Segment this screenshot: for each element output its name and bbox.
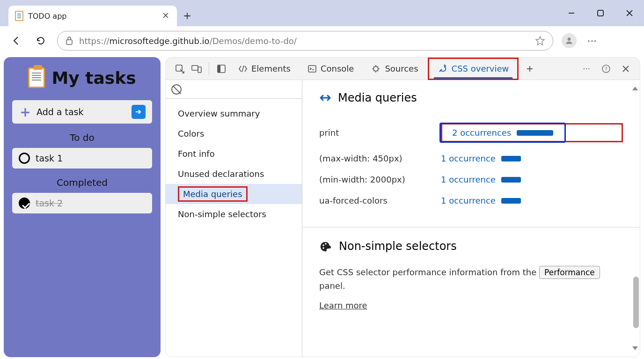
device-toggle-button[interactable] bbox=[188, 60, 205, 77]
sources-icon bbox=[371, 64, 381, 73]
url-text: https://microsoftedge.github.io/Demos/de… bbox=[79, 36, 297, 46]
svg-rect-1 bbox=[66, 40, 72, 44]
devtools-panel: Elements Console Sources CSS overview ⋯ … bbox=[165, 57, 640, 357]
svg-rect-5 bbox=[198, 67, 201, 73]
tab-elements[interactable]: Elements bbox=[230, 58, 299, 80]
window-controls bbox=[557, 0, 644, 26]
mq-occurrences-link[interactable]: 1 occurrence bbox=[441, 154, 623, 163]
bar-icon bbox=[517, 130, 553, 136]
performance-button[interactable]: Performance bbox=[539, 266, 600, 279]
page-title: My tasks bbox=[12, 67, 152, 88]
svg-point-14 bbox=[322, 247, 324, 249]
tab-console[interactable]: Console bbox=[299, 58, 362, 80]
scroll-down-arrow[interactable] bbox=[632, 346, 638, 350]
mq-row-forced: ua-forced-colors 1 occurrence bbox=[319, 190, 623, 211]
mq-label: print bbox=[319, 128, 441, 138]
browser-tab[interactable]: TODO app bbox=[8, 6, 177, 26]
css-overview-sidebar: Overview summary Colors Font info Unused… bbox=[166, 80, 302, 357]
profile-button[interactable] bbox=[562, 33, 577, 48]
back-button[interactable] bbox=[8, 33, 24, 49]
nav-nonsimple[interactable]: Non-simple selectors bbox=[166, 204, 302, 224]
task-item-done[interactable]: task 2 bbox=[12, 193, 152, 213]
svg-rect-8 bbox=[308, 66, 316, 72]
svg-point-2 bbox=[568, 37, 571, 41]
elements-icon bbox=[238, 65, 248, 73]
svg-rect-0 bbox=[598, 10, 603, 16]
mq-occurrences-link[interactable]: 1 occurrence bbox=[441, 175, 623, 184]
palette-icon bbox=[319, 241, 332, 252]
todo-section-header: To do bbox=[12, 132, 152, 143]
inspect-element-button[interactable] bbox=[171, 60, 188, 77]
nonsimple-heading: Non-simple selectors bbox=[319, 240, 623, 253]
bar-icon bbox=[501, 156, 521, 161]
window-title-bar: TODO app bbox=[0, 0, 644, 26]
devtools-tabstrip: Elements Console Sources CSS overview ⋯ … bbox=[166, 58, 640, 80]
mq-label: ua-forced-colors bbox=[319, 196, 441, 205]
submit-task-button[interactable] bbox=[132, 105, 146, 119]
bar-icon bbox=[501, 198, 521, 204]
clipboard-icon bbox=[28, 67, 45, 88]
favorite-button[interactable] bbox=[535, 36, 545, 46]
add-task-card[interactable]: + Add a task bbox=[12, 100, 152, 124]
dock-side-icon[interactable] bbox=[213, 60, 230, 77]
nonsimple-description: Get CSS selector performance information… bbox=[319, 266, 623, 293]
bar-icon bbox=[501, 177, 521, 183]
nav-unused-declarations[interactable]: Unused declarations bbox=[166, 164, 302, 184]
svg-point-12 bbox=[322, 244, 324, 246]
sidebar-toolbar bbox=[166, 80, 302, 99]
nav-media-queries[interactable]: Media queries bbox=[166, 184, 302, 204]
media-queries-icon bbox=[319, 93, 331, 103]
nav-font-info[interactable]: Font info bbox=[166, 144, 302, 164]
close-window-button[interactable] bbox=[615, 2, 644, 24]
plus-icon: + bbox=[19, 105, 32, 118]
close-tab-button[interactable] bbox=[162, 12, 170, 20]
mq-row-minw: (min-width: 2000px) 1 occurrence bbox=[319, 169, 623, 190]
browser-menu-button[interactable]: ⋯ bbox=[585, 33, 600, 48]
scrollbar-thumb[interactable] bbox=[633, 277, 639, 328]
new-tab-button[interactable] bbox=[177, 6, 198, 26]
scroll-up-arrow[interactable] bbox=[632, 87, 638, 90]
tab-favicon-icon bbox=[15, 11, 23, 21]
css-overview-main: Media queries print 2 occurrences (max-w… bbox=[302, 80, 640, 357]
mq-row-maxw: (max-width: 450px) 1 occurrence bbox=[319, 148, 623, 169]
learn-more-link[interactable]: Learn more bbox=[319, 300, 367, 310]
mq-occurrences-link[interactable]: 2 occurrences bbox=[439, 123, 566, 143]
devtools-more-button[interactable]: ⋯ bbox=[578, 60, 595, 77]
close-devtools-button[interactable] bbox=[617, 60, 634, 77]
css-overview-icon bbox=[438, 64, 448, 73]
lock-icon bbox=[65, 36, 73, 45]
tab-css-overview[interactable]: CSS overview bbox=[428, 58, 519, 80]
tab-sources[interactable]: Sources bbox=[362, 58, 426, 80]
svg-point-13 bbox=[325, 243, 327, 245]
media-queries-heading: Media queries bbox=[319, 91, 623, 104]
minimize-button[interactable] bbox=[557, 2, 586, 24]
nav-colors[interactable]: Colors bbox=[166, 124, 302, 144]
task-checkbox[interactable] bbox=[19, 153, 30, 164]
svg-text:?: ? bbox=[605, 66, 607, 72]
help-button[interactable]: ? bbox=[598, 60, 615, 77]
console-icon bbox=[307, 65, 317, 73]
section-divider bbox=[302, 227, 640, 227]
svg-rect-4 bbox=[192, 66, 198, 70]
task-checkbox-checked[interactable] bbox=[19, 198, 30, 209]
completed-section-header: Completed bbox=[12, 177, 152, 188]
task-item[interactable]: task 1 bbox=[12, 148, 152, 169]
clear-icon[interactable] bbox=[171, 84, 182, 95]
nav-overview-summary[interactable]: Overview summary bbox=[166, 103, 302, 124]
task-text: task 2 bbox=[36, 198, 63, 208]
address-bar[interactable]: https://microsoftedge.github.io/Demos/de… bbox=[57, 31, 553, 51]
task-text: task 1 bbox=[36, 153, 63, 163]
tab-title: TODO app bbox=[28, 12, 157, 21]
add-task-label: Add a task bbox=[37, 107, 84, 117]
mq-row-print: print 2 occurrences bbox=[319, 117, 623, 148]
svg-rect-7 bbox=[218, 65, 220, 73]
rendered-page: My tasks + Add a task To do task 1 Compl… bbox=[4, 57, 161, 357]
mq-label: (min-width: 2000px) bbox=[319, 175, 441, 184]
add-tab-button[interactable] bbox=[521, 60, 538, 77]
reload-button[interactable] bbox=[33, 33, 49, 49]
browser-toolbar: https://microsoftedge.github.io/Demos/de… bbox=[0, 26, 644, 55]
mq-label: (max-width: 450px) bbox=[319, 154, 441, 163]
maximize-button[interactable] bbox=[586, 2, 615, 24]
mq-occurrences-link[interactable]: 1 occurrence bbox=[441, 196, 623, 205]
